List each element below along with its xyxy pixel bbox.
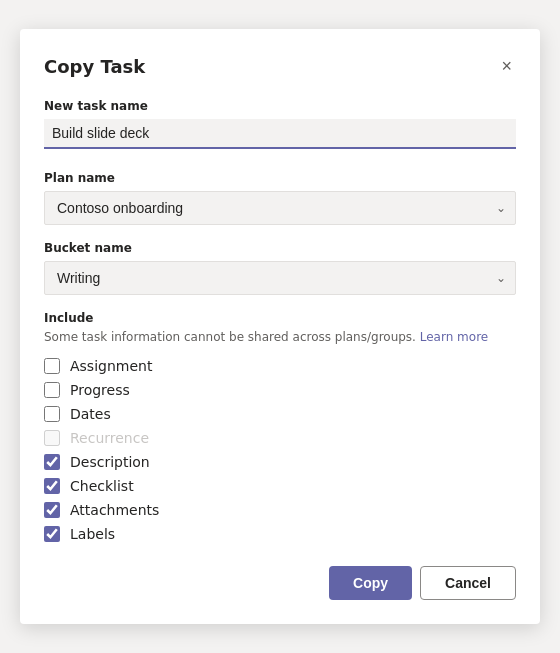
checkbox-dates: Dates [44, 406, 516, 422]
close-icon: × [501, 57, 512, 75]
dates-label: Dates [70, 406, 111, 422]
checkbox-assignment: Assignment [44, 358, 516, 374]
copy-button[interactable]: Copy [329, 566, 412, 600]
bucket-name-select-wrapper: Writing ⌄ [44, 261, 516, 295]
attachments-label: Attachments [70, 502, 159, 518]
checkbox-attachments: Attachments [44, 502, 516, 518]
plan-name-select[interactable]: Contoso onboarding [44, 191, 516, 225]
bucket-name-label: Bucket name [44, 241, 516, 255]
task-name-input[interactable] [44, 119, 516, 149]
labels-checkbox[interactable] [44, 526, 60, 542]
checkbox-labels: Labels [44, 526, 516, 542]
dates-checkbox[interactable] [44, 406, 60, 422]
task-name-field: New task name [44, 99, 516, 167]
bucket-name-field: Bucket name Writing ⌄ [44, 241, 516, 295]
include-title: Include [44, 311, 516, 325]
checkbox-description: Description [44, 454, 516, 470]
checkbox-recurrence: Recurrence [44, 430, 516, 446]
dialog-header: Copy Task × [44, 53, 516, 79]
dialog-title: Copy Task [44, 56, 145, 77]
description-checkbox[interactable] [44, 454, 60, 470]
include-note: Some task information cannot be shared a… [44, 329, 516, 346]
plan-name-select-wrapper: Contoso onboarding ⌄ [44, 191, 516, 225]
task-name-label: New task name [44, 99, 516, 113]
checkbox-progress: Progress [44, 382, 516, 398]
checklist-label: Checklist [70, 478, 134, 494]
progress-checkbox[interactable] [44, 382, 60, 398]
assignment-checkbox[interactable] [44, 358, 60, 374]
labels-label: Labels [70, 526, 115, 542]
bucket-name-select[interactable]: Writing [44, 261, 516, 295]
learn-more-link[interactable]: Learn more [420, 330, 488, 344]
plan-name-label: Plan name [44, 171, 516, 185]
cancel-button[interactable]: Cancel [420, 566, 516, 600]
attachments-checkbox[interactable] [44, 502, 60, 518]
checkbox-checklist: Checklist [44, 478, 516, 494]
include-section: Include Some task information cannot be … [44, 311, 516, 542]
recurrence-label: Recurrence [70, 430, 149, 446]
checklist-checkbox[interactable] [44, 478, 60, 494]
close-button[interactable]: × [497, 53, 516, 79]
copy-task-dialog: Copy Task × New task name Plan name Cont… [20, 29, 540, 624]
progress-label: Progress [70, 382, 130, 398]
description-label: Description [70, 454, 150, 470]
plan-name-field: Plan name Contoso onboarding ⌄ [44, 171, 516, 225]
assignment-label: Assignment [70, 358, 152, 374]
recurrence-checkbox[interactable] [44, 430, 60, 446]
dialog-footer: Copy Cancel [44, 566, 516, 600]
